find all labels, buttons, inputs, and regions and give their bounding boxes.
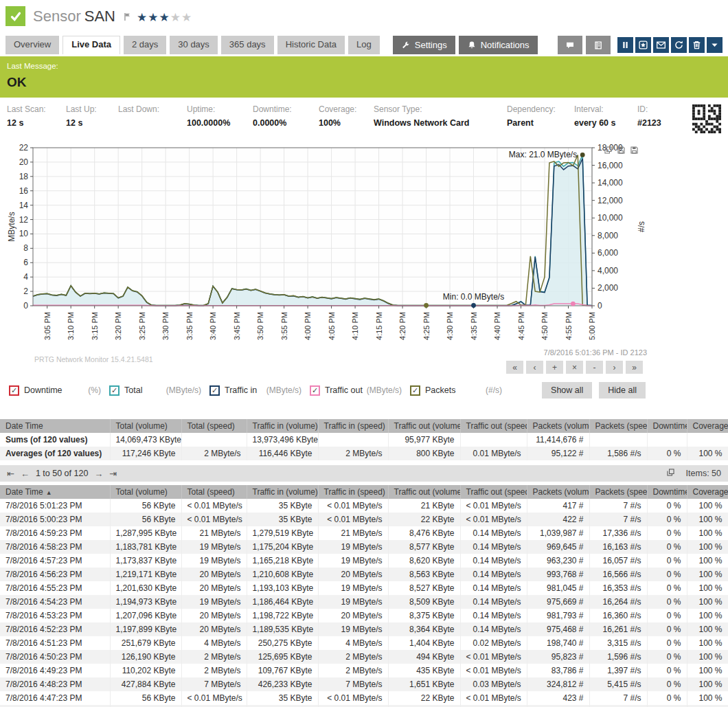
table-cell: 1,596 #/s bbox=[589, 650, 647, 664]
column-header-traffic-out-volume[interactable]: Traffic out (volume) bbox=[388, 485, 460, 499]
tab-notifications[interactable]: Notifications bbox=[459, 36, 538, 54]
svg-text:3:35 PM: 3:35 PM bbox=[185, 312, 194, 340]
column-header-packets-speed[interactable]: Packets (speed) bbox=[589, 419, 647, 433]
info-value: 12 s bbox=[7, 118, 66, 128]
legend-item-traffic-in[interactable]: ✓Traffic in(MByte/s) bbox=[209, 385, 310, 396]
priority-stars[interactable]: ★★★★★ bbox=[137, 10, 192, 25]
column-header-coverage[interactable]: Coverage bbox=[687, 485, 728, 499]
table-cell: < 0.01 MByte/s bbox=[460, 499, 527, 513]
more-button[interactable] bbox=[707, 37, 723, 53]
column-header-traffic-out-speed[interactable]: Traffic out (speed) bbox=[460, 419, 527, 433]
column-header-date-time[interactable]: Date Time bbox=[0, 419, 110, 433]
favorite-button[interactable] bbox=[635, 37, 651, 53]
table-cell: 5,415 #/s bbox=[589, 677, 647, 691]
info-label: Last Up: bbox=[66, 104, 118, 114]
tab-comments[interactable] bbox=[558, 36, 582, 54]
delete-button[interactable] bbox=[689, 37, 705, 53]
column-header-downtime[interactable]: Downtime bbox=[647, 485, 687, 499]
column-header-packets-speed[interactable]: Packets (speed) bbox=[589, 485, 647, 499]
pager-prev-icon[interactable]: ← bbox=[21, 469, 30, 479]
legend-item-downtime[interactable]: ✓Downtime(%) bbox=[9, 385, 109, 396]
column-header-packets-volume[interactable]: Packets (volume) bbox=[527, 485, 589, 499]
flag-icon[interactable] bbox=[122, 12, 133, 24]
email-button[interactable] bbox=[653, 37, 669, 53]
pager-first-icon[interactable]: ⇤ bbox=[7, 469, 14, 479]
popout-icon[interactable] bbox=[666, 468, 675, 479]
save-data-icon[interactable] bbox=[630, 146, 639, 155]
table-cell: 35 KByte bbox=[247, 691, 318, 705]
tab-live-data[interactable]: Live Data bbox=[62, 36, 120, 54]
column-header-traffic-out-volume[interactable]: Traffic out (volume) bbox=[388, 419, 460, 433]
legend-checkbox[interactable]: ✓ bbox=[209, 385, 220, 396]
table-cell: 969,645 # bbox=[527, 540, 589, 554]
pager-next-icon[interactable]: → bbox=[94, 469, 103, 479]
table-cell: 7/8/2016 4:56:23 PM bbox=[0, 568, 110, 581]
star-icon[interactable]: ★ bbox=[170, 11, 181, 24]
hide-all-button[interactable]: Hide all bbox=[599, 382, 646, 399]
legend-item-total[interactable]: ✓Total(MByte/s) bbox=[109, 385, 209, 396]
svg-text:0: 0 bbox=[598, 301, 602, 311]
column-header-traffic-in-volume[interactable]: Traffic in (volume) bbox=[247, 485, 318, 499]
table-cell: 16,353 #/s bbox=[589, 581, 647, 595]
info-item-downtime: Downtime:0.0000% bbox=[253, 104, 319, 128]
legend-checkbox[interactable]: ✓ bbox=[310, 385, 320, 396]
tab-log[interactable]: Log bbox=[348, 36, 380, 54]
column-header-traffic-in-speed[interactable]: Traffic in (speed) bbox=[318, 419, 388, 433]
table-cell: 0 % bbox=[647, 540, 687, 554]
tab-bar: OverviewLive Data2 days30 days365 daysHi… bbox=[0, 36, 728, 54]
legend-checkbox[interactable]: ✓ bbox=[410, 385, 420, 396]
sort-asc-icon: ▲ bbox=[46, 489, 52, 496]
tab-settings[interactable]: Settings bbox=[393, 36, 455, 54]
column-header-total-volume[interactable]: Total (volume) bbox=[110, 485, 181, 499]
table-cell: 1,189,535 KByte bbox=[247, 622, 318, 636]
table-cell: 7/8/2016 4:51:23 PM bbox=[0, 636, 110, 650]
pager-last-icon[interactable]: ⇥ bbox=[109, 469, 117, 479]
show-all-button[interactable]: Show all bbox=[542, 382, 592, 399]
info-item-last-scan: Last Scan:12 s bbox=[7, 104, 66, 128]
tab-historic-data[interactable]: Historic Data bbox=[277, 36, 345, 54]
column-header-total-speed[interactable]: Total (speed) bbox=[181, 419, 247, 433]
legend-item-packets[interactable]: ✓Packets(#/s) bbox=[410, 385, 510, 396]
info-item-dependency: Dependency:Parent bbox=[507, 104, 574, 128]
legend-checkbox[interactable]: ✓ bbox=[109, 385, 120, 396]
svg-text:4:00 PM: 4:00 PM bbox=[304, 312, 312, 340]
column-header-date-time[interactable]: Date Time▲ bbox=[0, 485, 110, 499]
live-graph-svg[interactable]: 024681012141618202202,0004,0006,0008,000… bbox=[5, 141, 723, 369]
star-icon[interactable]: ★ bbox=[181, 11, 192, 24]
popout-icon[interactable] bbox=[666, 468, 675, 477]
legend-buttons: Show all Hide all bbox=[542, 382, 646, 399]
tab-2-days[interactable]: 2 days bbox=[124, 36, 166, 54]
star-icon[interactable]: ★ bbox=[148, 11, 159, 24]
tab-overview[interactable]: Overview bbox=[5, 36, 59, 54]
table-row: 7/8/2016 4:58:23 PM1,183,781 KByte19 MBy… bbox=[0, 540, 728, 554]
tab-30-days[interactable]: 30 days bbox=[170, 36, 218, 54]
info-value: 0.0000% bbox=[253, 118, 319, 128]
column-header-total-volume[interactable]: Total (volume) bbox=[110, 419, 181, 433]
svg-text:3:50 PM: 3:50 PM bbox=[256, 312, 264, 340]
column-header-traffic-in-volume[interactable]: Traffic in (volume) bbox=[247, 419, 318, 433]
svg-text:3:20 PM: 3:20 PM bbox=[114, 312, 122, 340]
column-header-downtime[interactable]: Downtime bbox=[647, 419, 687, 433]
table-cell: < 0.01 MByte/s bbox=[460, 650, 527, 664]
star-icon[interactable]: ★ bbox=[159, 11, 170, 24]
column-header-packets-volume[interactable]: Packets (volume) bbox=[527, 419, 589, 433]
legend-item-traffic-out[interactable]: ✓Traffic out(MByte/s) bbox=[310, 385, 410, 396]
legend-checkbox[interactable]: ✓ bbox=[9, 385, 19, 396]
favorite-icon bbox=[638, 40, 648, 50]
column-header-traffic-in-speed[interactable]: Traffic in (speed) bbox=[318, 485, 388, 499]
sensor-toolbar bbox=[617, 36, 723, 54]
column-header-traffic-out-speed[interactable]: Traffic out (speed) bbox=[460, 485, 527, 499]
sensor-word: Sensor bbox=[33, 8, 81, 25]
table-cell: 16,163 #/s bbox=[589, 540, 647, 554]
tab-365-days[interactable]: 365 days bbox=[221, 36, 274, 54]
graph-popout-icon[interactable] bbox=[604, 146, 613, 155]
save-image-icon[interactable] bbox=[617, 146, 626, 155]
column-header-coverage[interactable]: Coverage bbox=[687, 419, 728, 433]
svg-text:4:55 PM: 4:55 PM bbox=[565, 312, 573, 340]
star-icon[interactable]: ★ bbox=[137, 11, 148, 24]
legend-items: ✓Downtime(%)✓Total(MByte/s)✓Traffic in(M… bbox=[9, 385, 510, 396]
column-header-total-speed[interactable]: Total (speed) bbox=[181, 485, 247, 499]
refresh-button[interactable] bbox=[671, 37, 687, 53]
pause-button[interactable] bbox=[617, 37, 633, 53]
tab-history[interactable] bbox=[586, 36, 611, 54]
